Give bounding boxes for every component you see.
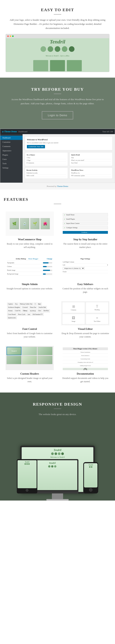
installer-row-2: ✓Install Plugins	[63, 217, 108, 221]
powered-by: Powered by Theme·Demo	[0, 183, 115, 190]
news-row-1: WordPress 4.x	[71, 172, 111, 174]
header-thumb-6[interactable]	[38, 356, 52, 364]
mock-browser: Tendril Welcome to Tendril – Life is a B…	[6, 34, 110, 72]
font-tag-armata: Armata	[7, 309, 14, 312]
sidebar-item-tools[interactable]: Tools	[0, 161, 22, 166]
chevron-down-icon: ▾	[107, 264, 108, 266]
sidebar-item-users[interactable]: Users	[0, 157, 22, 161]
font-tag-josefin: Josefin Slab	[38, 306, 47, 309]
feature-woocommerce-title: WooCommerce Shop	[6, 238, 54, 241]
feature-docs-title: Documentation	[61, 372, 110, 375]
feature-installer-title: Step by Step Installer	[61, 238, 110, 241]
admin-slider-header[interactable]	[43, 270, 52, 271]
dashboard-widgets-grid: At a Glance 1 Post 1 Page 0 Comments Qui…	[25, 152, 112, 179]
admin-change-link[interactable]: Change	[47, 258, 52, 260]
login-to-demo-button[interactable]: Login to Demo	[42, 111, 73, 120]
activity-row-2: Hello world!	[26, 174, 66, 177]
admin-user: Arthur Bishop	[16, 258, 26, 260]
docs-row-5: Adding image & text	[63, 364, 108, 367]
feature-sidebars-img: Page Settings Left/Right Column Left ▾ W…	[61, 256, 110, 280]
admin-label-header: Header image	[7, 270, 16, 271]
header-thumb-4[interactable]	[6, 356, 22, 364]
header-thumb-3[interactable]	[38, 347, 52, 355]
tablet-screen: Tendril	[18, 460, 36, 488]
feature-headers-title: Custom Headers	[6, 372, 54, 375]
try-desc: Access the WordPress Dashboard and trial…	[9, 98, 106, 106]
docs-row-2: WooCommerce	[63, 354, 108, 357]
font-tag-chinese: 卡片中文	[29, 309, 37, 312]
headers-mock: Tendril	[6, 346, 54, 370]
dashboard-brand: ψ Theme Demo	[2, 130, 17, 133]
imac-site-logo: Tendril	[54, 449, 62, 452]
header-thumb-5[interactable]	[22, 356, 37, 364]
activity-title: Recent Activity	[26, 169, 66, 171]
font-tag-bertnini: BertNini	[43, 309, 50, 312]
sidebars-area-select[interactable]: Widget Area #1 (Sidebar #1)	[63, 267, 84, 270]
sidebars-mock: Page Settings Left/Right Column Left ▾ W…	[61, 256, 110, 280]
font-tag-covered: Covered	[22, 306, 28, 309]
woo-item-2: 🍵	[20, 218, 29, 229]
installer-continue-btn[interactable]: Continue →	[63, 231, 108, 234]
sidebar-item-plugins[interactable]: Plugins	[0, 153, 22, 157]
feature-installer-desc: The easiest them to install and setup on…	[61, 242, 110, 249]
at-glance-row-1: 1 Post	[26, 156, 66, 159]
feature-woocommerce: 🌿 🍵 🌱 🌺 WooCommerce Shop Ready to run yo…	[4, 210, 56, 251]
dashboard-welcome-text: We've assembled some links to get you st…	[27, 142, 110, 144]
sidebar-item-appearance[interactable]: Appearance	[0, 148, 22, 153]
try-title: TRY BEFORE YOU BUY	[8, 87, 108, 92]
feature-docs: Home Blogger version 1.0 by vthemer Them…	[59, 344, 111, 385]
imac-stand	[52, 494, 63, 499]
sidebars-left-value: Left	[63, 264, 65, 266]
dashboard-section: ψ Theme Demo Dashboard Time left 1:00 Da…	[0, 129, 115, 190]
mock-post-img-1	[33, 60, 48, 71]
tablet-frame: Tendril	[17, 459, 37, 494]
feature-installer-img: ✓Install Theme ✓Install Plugins ✓Import …	[61, 212, 110, 236]
phone-outer: Tendril	[83, 462, 98, 494]
docs-mock: Home Blogger version 1.0 by vthemer Them…	[61, 346, 110, 370]
sidebars-lr-label: Left/Right Column	[63, 261, 74, 263]
sidebar-item-customize[interactable]: Customize	[0, 140, 22, 144]
header-thumb-1[interactable]: Tendril	[6, 347, 22, 355]
imac-tagline: Welcome to Tendril	[50, 456, 64, 458]
feature-docs-img: Home Blogger version 1.0 by vthemer Them…	[61, 346, 110, 370]
woo-mock: 🌿 🍵 🌱 🌺	[6, 212, 54, 236]
imac-mini-circles	[51, 452, 64, 455]
header-thumb-2[interactable]	[22, 347, 37, 355]
dashboard-quick-draft: Quick Draft Title What's on your mind? S…	[70, 152, 112, 166]
sidebars-dropdown-row: Widget Area #1 (Sidebar #1)	[63, 266, 108, 270]
admin-slider-colours[interactable]	[43, 266, 52, 267]
sidebar-item-settings[interactable]: Settings	[0, 166, 22, 170]
easy-edit-title: EASY TO EDIT	[6, 8, 110, 12]
check-icon-3: ✓	[64, 222, 65, 224]
editor-mock: ⊞ Columns T Heading 🖼 Image ≡ Text Edito…	[61, 301, 110, 325]
tablet-site-logo: Tendril	[25, 461, 29, 463]
easy-edit-divider	[54, 14, 61, 14]
quick-draft-row-3: Save Draft	[71, 162, 111, 164]
dashboard-customize-btn[interactable]: Customize Your Site	[27, 145, 45, 148]
feature-headers-img: Tendril	[6, 346, 54, 370]
browser-dot-red	[7, 36, 9, 37]
play-button[interactable]: ▶	[84, 368, 87, 370]
font-tag-pathway: Pathway Gothic One	[19, 302, 34, 306]
sidebars-panel-title: Page Settings	[63, 258, 108, 260]
features-grid: 🌿 🍵 🌱 🌺 WooCommerce Shop Ready to run yo…	[4, 210, 111, 385]
feature-headers: Tendril Custom Headers Select a pre-desi…	[4, 344, 56, 385]
sidebar-item-dashboard[interactable]: Dashboard	[0, 136, 22, 140]
admin-slider-bg[interactable]	[43, 274, 52, 274]
editor-element-heading: T Heading	[86, 302, 108, 313]
admin-blog-link[interactable]: Home Blogger	[28, 258, 38, 260]
image-icon: 🖼	[72, 316, 75, 320]
responsive-divider	[54, 408, 61, 409]
try-section: TRY BEFORE YOU BUY Access the WordPress …	[0, 78, 115, 129]
features-divider	[54, 204, 61, 204]
admin-slider-typography[interactable]	[43, 262, 52, 264]
feature-sidebars-desc: Control the position of the sidebar widg…	[61, 287, 110, 294]
theme-demo-link[interactable]: Theme·Demo	[57, 185, 68, 187]
sidebars-footer-label: Footer	[63, 271, 67, 272]
quick-draft-row-1: Title	[71, 156, 111, 159]
installer-row-1: ✓Install Theme	[63, 213, 108, 216]
woo-item-3: 🌱	[30, 218, 40, 229]
sidebar-item-comments[interactable]: Comments	[0, 144, 22, 148]
feature-editor: ⊞ Columns T Heading 🖼 Image ≡ Text Edito…	[59, 299, 111, 340]
installer-row-4: ✓Configure Settings	[63, 226, 108, 230]
